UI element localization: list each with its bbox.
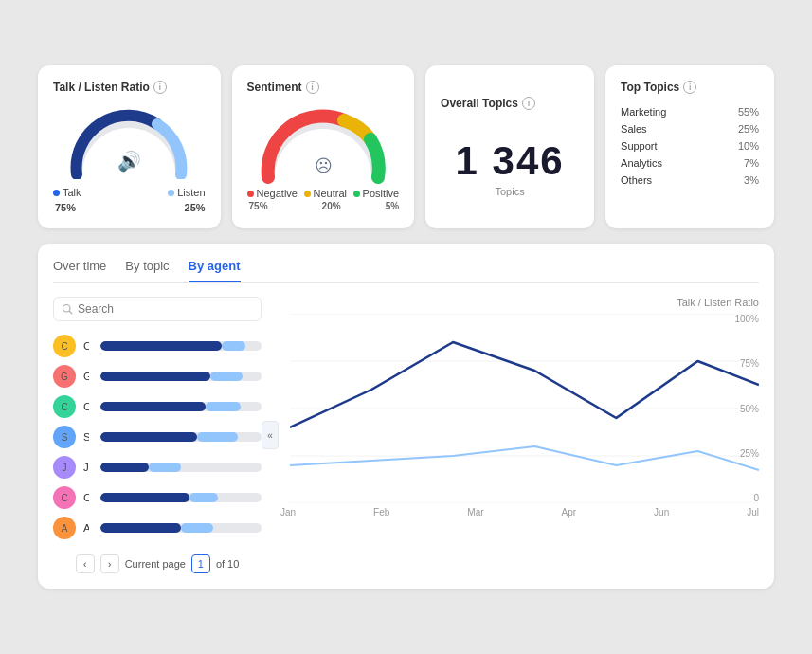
top-topics-title: Top Topics i <box>621 81 759 94</box>
topic-name: Analytics <box>621 157 662 169</box>
tab-by-agent[interactable]: By agent <box>189 259 241 282</box>
topic-name: Marketing <box>621 106 666 118</box>
top-topics-list: Marketing55%Sales25%Support10%Analytics7… <box>621 103 759 189</box>
search-icon <box>62 303 73 315</box>
agent-bar-light <box>210 372 243 381</box>
agent-bar-dark <box>100 432 197 442</box>
avatar: C <box>53 335 76 357</box>
sentiment-info-icon[interactable]: i <box>306 81 319 94</box>
cards-row: Talk / Listen Ratio i 🔊 Talk <box>38 65 774 228</box>
overall-topics-number: 1 346 <box>456 138 565 184</box>
agent-name: Courtney Henry <box>83 492 89 503</box>
talk-value: 75% <box>53 202 76 213</box>
agent-bar-light <box>197 432 238 442</box>
agent-name: Guy Hawkins <box>83 371 89 382</box>
bottom-content: C Cameron Williamson G Guy Hawkins C Cod… <box>53 297 759 573</box>
listen-value: 25% <box>183 202 206 213</box>
agent-bar-light <box>222 341 246 351</box>
svg-text:☹: ☹ <box>314 156 332 175</box>
neutral-label: Neutral <box>304 188 347 199</box>
next-page-button[interactable]: › <box>100 554 119 573</box>
agent-row: C Courtney Henry <box>53 482 262 513</box>
topic-name: Support <box>621 140 658 152</box>
chart-x-label: Feb <box>373 507 389 518</box>
talk-listen-card: Talk / Listen Ratio i 🔊 Talk <box>38 65 221 228</box>
talk-listen-labels: Talk Listen <box>53 187 206 198</box>
negative-dot <box>247 191 254 197</box>
tab-over-time[interactable]: Over time <box>53 259 106 282</box>
topic-pct: 25% <box>738 123 759 135</box>
agent-name: Jerome Bell <box>83 462 89 473</box>
avatar: C <box>53 486 76 509</box>
agents-list: C Cameron Williamson G Guy Hawkins C Cod… <box>53 331 262 543</box>
chart-x-labels: JanFebMarAprJunJul <box>271 507 759 518</box>
svg-line-3 <box>69 311 72 314</box>
talk-listen-info-icon[interactable]: i <box>153 81 167 94</box>
agent-bar-track <box>100 372 262 381</box>
agent-row: C Cody Fisher <box>53 391 262 422</box>
topic-row: Support10% <box>621 137 759 154</box>
neutral-dot <box>304 191 311 197</box>
agent-bar-light <box>181 523 213 533</box>
top-topics-info-icon[interactable]: i <box>683 81 696 94</box>
listen-label: Listen <box>168 187 205 198</box>
positive-dot <box>353 191 360 197</box>
topic-row: Analytics7% <box>621 154 759 172</box>
talk-label: Talk <box>53 187 81 198</box>
agent-bar-dark <box>100 341 222 351</box>
agent-bar-light <box>189 493 219 502</box>
overall-topics-label: Topics <box>495 186 524 197</box>
prev-page-button[interactable]: ‹ <box>76 554 95 573</box>
agent-bar-dark <box>100 402 206 411</box>
current-page-label: Current page <box>125 558 186 570</box>
sentiment-title: Sentiment i <box>247 81 400 94</box>
agent-bar-light <box>206 402 241 411</box>
talk-listen-title: Talk / Listen Ratio i <box>53 81 206 94</box>
pagination: ‹ › Current page 1 of 10 <box>53 554 262 573</box>
sentiment-gauge-svg: ☹ <box>257 103 389 184</box>
topic-pct: 7% <box>744 157 759 169</box>
negative-label: Negative <box>247 188 298 199</box>
agent-bar-track <box>100 341 262 351</box>
chart-x-label: Apr <box>562 507 577 518</box>
collapse-button[interactable]: « <box>262 421 279 449</box>
chart-x-label: Jul <box>747 507 759 518</box>
agent-row: A Annette Black <box>53 513 262 543</box>
agent-row: G Guy Hawkins <box>53 361 262 391</box>
positive-label: Positive <box>353 188 400 199</box>
topic-pct: 3% <box>744 174 759 186</box>
agent-row: C Cameron Williamson <box>53 331 262 361</box>
chart-y-labels: 100% 75% 50% 25% 0 <box>734 314 759 503</box>
chart-header: Talk / Listen Ratio <box>290 297 759 308</box>
chart-x-label: Mar <box>467 507 483 518</box>
topic-name: Others <box>621 174 652 186</box>
page-number: 1 <box>191 554 210 573</box>
sentiment-labels: Negative Neutral Positive <box>247 188 400 199</box>
overall-topics-info-icon[interactable]: i <box>522 97 535 110</box>
topic-pct: 10% <box>738 140 759 152</box>
search-box[interactable] <box>53 297 262 321</box>
avatar: C <box>53 395 76 418</box>
topic-row: Sales25% <box>621 120 759 137</box>
agent-name: Cameron Williamson <box>83 340 89 352</box>
topic-row: Marketing55% <box>621 103 759 120</box>
overall-topics-title: Overall Topics i <box>441 97 579 110</box>
topic-name: Sales <box>621 123 647 135</box>
tab-by-topic[interactable]: By topic <box>125 259 169 282</box>
search-input[interactable] <box>78 302 253 316</box>
overall-topics-card: Overall Topics i 1 346 Topics <box>425 65 594 228</box>
chart-x-label: Jan <box>280 507 296 518</box>
bottom-section: Over timeBy topicBy agent C Cameron Will… <box>38 244 774 589</box>
agent-bar-track <box>100 493 262 502</box>
agent-row: J Jerome Bell <box>53 452 262 482</box>
total-pages-label: of 10 <box>216 558 239 570</box>
avatar: J <box>53 456 76 479</box>
talk-listen-gauge-svg: 🔊 <box>63 103 195 179</box>
topic-pct: 55% <box>738 106 759 118</box>
agent-name: Cody Fisher <box>83 401 89 412</box>
tabs: Over timeBy topicBy agent <box>53 259 759 283</box>
svg-text:🔊: 🔊 <box>117 150 141 173</box>
agent-row: S Savannah Nguyen <box>53 422 262 452</box>
top-topics-card: Top Topics i Marketing55%Sales25%Support… <box>605 65 774 228</box>
topic-row: Others3% <box>621 172 759 189</box>
